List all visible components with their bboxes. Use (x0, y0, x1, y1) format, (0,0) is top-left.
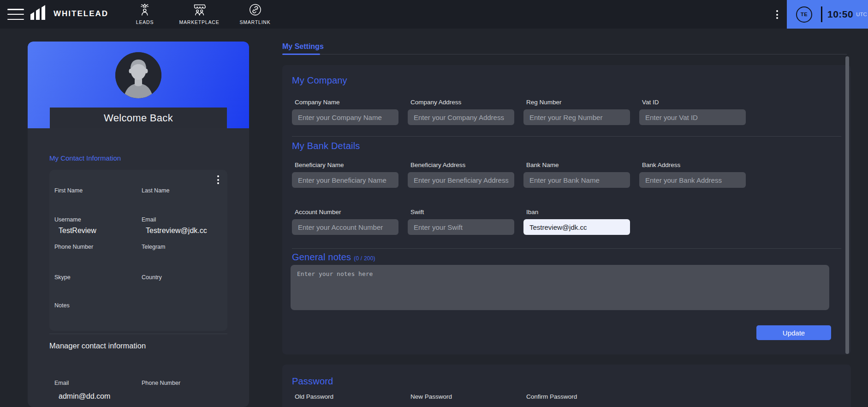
brand-logo[interactable]: WHITELEAD (29, 5, 108, 23)
manager-phone-label: Phone Number (142, 380, 180, 386)
field-label: Notes (54, 302, 137, 309)
company-address-label: Company Address (410, 99, 514, 106)
brand-name: WHITELEAD (54, 9, 108, 18)
update-button[interactable]: Update (756, 325, 831, 340)
beneficiary-address-field: Beneficiary Address (408, 162, 514, 188)
logo-bars-icon (29, 5, 48, 23)
field-label: Telegram (142, 244, 225, 250)
manager-email-label: Email (54, 380, 69, 386)
contact-info-heading: My Contact Information (49, 154, 121, 162)
reg-number-label: Reg Number (526, 99, 630, 106)
nav-item-marketplace[interactable]: MARKETPLACE (179, 3, 220, 25)
contact-info-card: First Name Last Name UsernameTestReview … (49, 170, 227, 331)
bank-address-label: Bank Address (642, 162, 746, 168)
notes-char-counter: (0 / 200) (354, 255, 375, 262)
iban-input[interactable] (523, 219, 630, 235)
tab-active-underline (282, 54, 320, 55)
clock-timezone: UTC (856, 12, 867, 17)
time-panel: TE 10:50 UTC (787, 0, 868, 29)
welcome-banner: Welcome Back (50, 108, 227, 128)
vat-id-field: Vat ID (639, 99, 746, 125)
swift-input[interactable] (408, 219, 514, 235)
nav-item-leads[interactable]: LEADS (136, 3, 154, 25)
vat-id-input[interactable] (639, 109, 746, 125)
topbar-kebab-menu-icon[interactable] (776, 10, 778, 19)
swift-field: Swift (408, 209, 514, 235)
beneficiary-name-input[interactable] (292, 172, 398, 188)
time-divider (821, 6, 822, 22)
field-value: Testreview@jdk.cc (146, 227, 225, 235)
beneficiary-name-field: Beneficiary Name (292, 162, 398, 188)
nav-label-marketplace: MARKETPLACE (179, 19, 220, 25)
company-section-heading: My Company (292, 75, 347, 86)
profile-card: Welcome Back My Contact Information Firs… (28, 42, 249, 407)
swift-label: Swift (410, 209, 514, 215)
settings-panel: My Company Company Name Company Address … (282, 65, 851, 354)
manager-email-value: admin@dd.com (59, 392, 110, 401)
bank-name-input[interactable] (523, 172, 630, 188)
bank-address-input[interactable] (639, 172, 746, 188)
company-address-field: Company Address (408, 99, 514, 125)
company-name-label: Company Name (295, 99, 398, 106)
smartlink-icon (248, 3, 262, 18)
bank-address-field: Bank Address (639, 162, 746, 188)
bank-section-heading: My Bank Details (292, 141, 360, 151)
notes-section-heading: General notes(0 / 200) (292, 252, 375, 263)
notes-heading-text: General notes (292, 252, 351, 262)
reg-number-input[interactable] (523, 109, 630, 125)
field-label: Skype (54, 274, 137, 281)
vat-id-label: Vat ID (642, 99, 746, 106)
vertical-scrollbar[interactable] (845, 56, 849, 354)
leads-icon (138, 3, 152, 18)
divider (292, 248, 841, 249)
field-label: Email (142, 216, 225, 223)
divider (292, 136, 841, 137)
iban-field: Iban (523, 209, 630, 235)
account-number-input[interactable] (292, 219, 398, 235)
marketplace-icon (192, 3, 207, 18)
general-notes-textarea[interactable] (291, 265, 829, 310)
user-avatar[interactable]: TE (796, 6, 812, 23)
company-name-field: Company Name (292, 99, 398, 125)
nav-label-leads: LEADS (136, 19, 154, 25)
new-password-label: New Password (410, 393, 452, 400)
iban-label: Iban (526, 209, 630, 215)
company-name-input[interactable] (292, 109, 398, 125)
clock-time: 10:50 (827, 9, 853, 20)
bank-name-field: Bank Name (523, 162, 630, 188)
tab-bar-divider (320, 54, 847, 54)
nav-item-smartlink[interactable]: SMARTLINK (239, 3, 270, 25)
manager-contact-heading: Manager contact information (49, 341, 146, 350)
person-silhouette-icon (115, 52, 161, 98)
beneficiary-address-label: Beneficiary Address (410, 162, 514, 168)
hamburger-menu-icon[interactable] (7, 9, 24, 20)
nav-label-smartlink: SMARTLINK (239, 19, 270, 25)
account-number-label: Account Number (295, 209, 398, 215)
profile-avatar (115, 52, 161, 98)
welcome-text: Welcome Back (104, 112, 173, 124)
divider (49, 334, 227, 334)
password-section-heading: Password (292, 376, 333, 387)
bank-name-label: Bank Name (526, 162, 630, 168)
beneficiary-address-input[interactable] (408, 172, 514, 188)
tab-my-settings[interactable]: My Settings (282, 42, 324, 51)
field-label: Phone Number (54, 244, 137, 250)
company-address-input[interactable] (408, 109, 514, 125)
field-label: Country (142, 274, 225, 281)
top-bar: WHITELEAD LEADS MARKETPLACE (0, 0, 868, 29)
contact-card-kebab-menu-icon[interactable] (217, 175, 219, 184)
account-number-field: Account Number (292, 209, 398, 235)
old-password-label: Old Password (295, 393, 333, 400)
beneficiary-name-label: Beneficiary Name (295, 162, 398, 168)
reg-number-field: Reg Number (523, 99, 630, 125)
field-value: TestReview (59, 227, 137, 235)
confirm-password-label: Confirm Password (526, 393, 577, 400)
field-label: Username (54, 216, 137, 223)
password-panel: Password Old Password New Password Confi… (282, 365, 851, 407)
field-label: Last Name (142, 187, 225, 194)
field-label: First Name (54, 187, 137, 194)
